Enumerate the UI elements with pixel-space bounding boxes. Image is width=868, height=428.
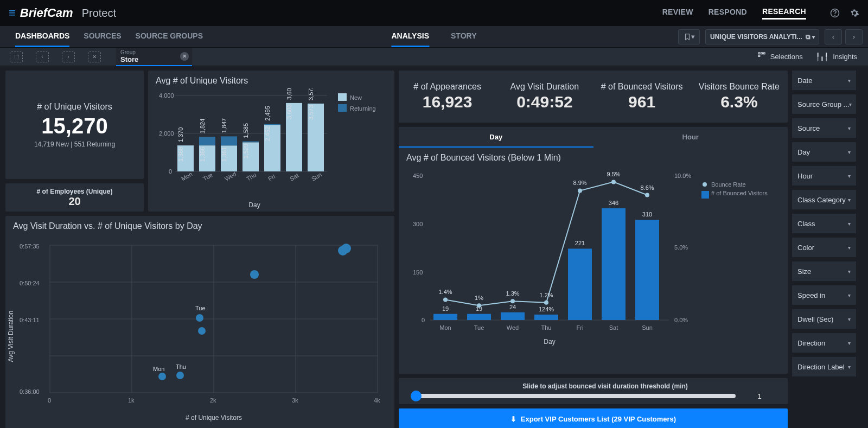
dashboard-title-box[interactable]: UNIQUE VISITORS ANALYTI... ⧉ ▾ [705, 29, 819, 44]
dashboard-title: UNIQUE VISITORS ANALYTI... [710, 33, 802, 41]
kpi-row: # of Appearances16,923 Avg Visit Duratio… [399, 71, 788, 123]
kpi-appearances: # of Appearances16,923 [399, 71, 496, 123]
svg-point-115 [544, 301, 548, 305]
bounced-chart-svg: 450 300 150 0 10.0% 5.0% 0.0% 19Mon19Tue… [399, 165, 785, 355]
filter-item[interactable]: Date▾ [792, 71, 856, 90]
bookmark-button[interactable]: ▾ [678, 29, 700, 44]
tab-dashboards[interactable]: DASHBOARDS [15, 26, 69, 47]
chart-avg-unique-visitors[interactable]: Avg # of Unique Visitors New Returning 4… [148, 71, 394, 212]
svg-text:# of Bounced Visitors: # of Bounced Visitors [711, 190, 768, 196]
slider-thumb[interactable] [411, 391, 422, 401]
nav-review[interactable]: REVIEW [662, 8, 693, 18]
tab-story[interactable]: STORY [451, 26, 476, 47]
svg-point-111 [477, 303, 481, 308]
kpi-unique-visitors: # of Unique Visitors 15,270 14,719 New |… [5, 71, 144, 179]
nav-research[interactable]: RESEARCH [762, 7, 806, 20]
svg-text:2,000: 2,000 [159, 130, 174, 137]
filter-chip-value: Store [120, 55, 188, 63]
svg-text:9.5%: 9.5% [607, 171, 620, 177]
svg-text:1.2%: 1.2% [539, 292, 553, 298]
svg-point-117 [578, 188, 582, 193]
svg-text:0.0%: 0.0% [674, 317, 688, 323]
svg-text:1,368: 1,368 [177, 147, 184, 162]
filter-chip-clear-icon[interactable]: ✕ [180, 52, 189, 61]
svg-text:# of Unique Visitors: # of Unique Visitors [186, 414, 242, 421]
insights-label: Insights [833, 53, 857, 61]
svg-text:0: 0 [169, 168, 172, 175]
next-dashboard-button[interactable]: › [845, 29, 863, 44]
filter-item[interactable]: Direction▾ [792, 333, 856, 353]
selections-button[interactable]: Selections [757, 52, 803, 62]
bounced-visitors-panel: Day Hour Avg # of Bounced Visitors (Belo… [399, 127, 788, 374]
filter-item[interactable]: Hour▾ [792, 166, 856, 186]
export-label: Export VIP Customers List (29 VIP Custom… [521, 415, 676, 423]
svg-text:4k: 4k [374, 397, 380, 404]
filter-item[interactable]: Class Category▾ [792, 190, 856, 209]
tab-day[interactable]: Day [399, 127, 593, 148]
svg-text:8.9%: 8.9% [573, 180, 586, 186]
step-back-icon[interactable]: ‹ [36, 52, 49, 62]
download-icon: ⬇ [510, 415, 516, 423]
filter-chip-group[interactable]: Group Store ✕ [116, 48, 192, 66]
kpi-bounce-rate: Visitors Bounce Rate6.3% [691, 71, 788, 123]
filter-item[interactable]: Speed in▾ [792, 285, 856, 305]
filter-chip-label: Group [120, 49, 188, 55]
step-forward-icon[interactable]: › [62, 52, 75, 62]
chart-title: Avg # of Bounced Visitors (Below 1 Min) [399, 148, 788, 165]
svg-text:Mon: Mon [180, 171, 194, 182]
kpi-avg-duration: Avg Visit Duration0:49:52 [496, 71, 593, 123]
svg-point-109 [443, 297, 448, 302]
tab-sources[interactable]: SOURCES [84, 26, 121, 47]
slider-label: Slide to adjust bounced visit duration t… [411, 382, 800, 390]
filter-item[interactable]: Direction Label▾ [792, 357, 856, 376]
filter-item[interactable]: Class▾ [792, 214, 856, 233]
help-icon[interactable] [830, 8, 840, 18]
threshold-slider[interactable] [411, 394, 736, 398]
svg-text:8.6%: 8.6% [640, 184, 654, 191]
insights-button[interactable]: ╿╻╿ Insights [816, 53, 857, 61]
header-bar: ≡BriefCam Protect REVIEW RESPOND RESEARC… [0, 0, 868, 26]
lasso-select-icon[interactable]: ⬚ [10, 52, 23, 62]
scatter-svg: 0:57:35 0:50:24 0:43:11 0:36:00 0 1k 2k … [5, 233, 392, 423]
svg-text:Day: Day [248, 201, 260, 209]
svg-text:1k: 1k [128, 397, 135, 404]
chart-scatter-duration[interactable]: Avg Visit Duration vs. # of Unique Visit… [5, 216, 394, 428]
svg-text:0:57:35: 0:57:35 [20, 243, 40, 250]
svg-text:Fri: Fri [577, 324, 584, 331]
svg-text:3k: 3k [292, 397, 298, 404]
svg-text:1,585: 1,585 [242, 123, 249, 138]
clear-selection-icon[interactable]: ✕ [88, 52, 101, 62]
slider-panel: Slide to adjust bounced visit duration t… [399, 378, 788, 404]
svg-rect-26 [221, 136, 237, 145]
kpi-employees-title: # of Employees (Unique) [36, 188, 112, 195]
export-vip-button[interactable]: ⬇ Export VIP Customers List (29 VIP Cust… [399, 408, 788, 428]
filter-item[interactable]: Size▾ [792, 261, 856, 281]
tab-analysis[interactable]: ANALYSIS [392, 26, 430, 47]
prev-dashboard-button[interactable]: ‹ [825, 29, 842, 44]
filter-item[interactable]: Dwell (Sec)▾ [792, 309, 856, 329]
svg-text:Returning: Returning [350, 105, 376, 112]
nav-respond[interactable]: RESPOND [709, 8, 747, 18]
filter-item[interactable]: Day▾ [792, 142, 856, 162]
filter-item[interactable]: Source Group ...▾ [792, 94, 856, 114]
svg-text:0: 0 [422, 317, 425, 323]
tab-hour[interactable]: Hour [593, 127, 788, 148]
svg-text:5.0%: 5.0% [674, 244, 688, 251]
svg-rect-3 [761, 53, 762, 54]
filter-item[interactable]: Color▾ [792, 238, 856, 257]
svg-text:Tue: Tue [195, 305, 206, 311]
svg-text:1.3%: 1.3% [506, 290, 519, 297]
svg-text:1%: 1% [475, 295, 483, 301]
svg-text:19: 19 [442, 305, 449, 312]
tab-source-groups[interactable]: SOURCE GROUPS [136, 26, 203, 47]
kpi-bounced: # of Bounced Visitors961 [593, 71, 691, 123]
svg-text:1,847: 1,847 [221, 118, 227, 133]
gear-icon[interactable] [850, 8, 859, 18]
svg-text:Avg Visit Duration: Avg Visit Duration [7, 311, 15, 362]
filter-item[interactable]: Source▾ [792, 118, 856, 138]
svg-point-113 [510, 299, 515, 303]
svg-rect-5 [758, 55, 760, 57]
svg-rect-94 [501, 312, 525, 320]
svg-point-74 [198, 327, 206, 335]
svg-text:1.4%: 1.4% [438, 289, 452, 295]
